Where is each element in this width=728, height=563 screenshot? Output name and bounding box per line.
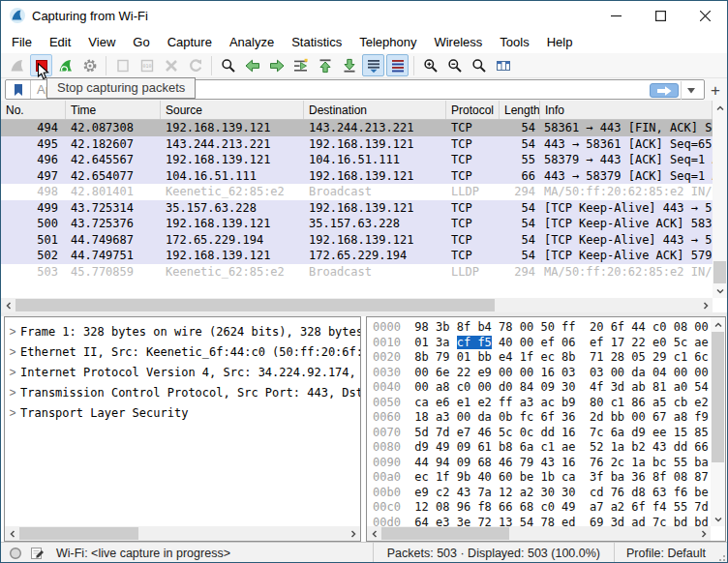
go-to-packet-button[interactable]: [289, 54, 312, 76]
filter-dropdown-button[interactable]: [681, 81, 700, 100]
column-header-destination[interactable]: Destination: [304, 101, 446, 119]
close-button[interactable]: [682, 1, 727, 30]
detail-line[interactable]: >Internet Protocol Version 4, Src: 34.22…: [5, 362, 360, 382]
expand-chevron-icon[interactable]: >: [5, 325, 20, 339]
menu-telephony[interactable]: Telephony: [350, 32, 425, 52]
hex-row[interactable]: 0020 8b 79 01 bb e4 1f ec 8b 71 28 05 29…: [367, 350, 725, 366]
hex-row[interactable]: 0060 18 a3 00 da 0b fc 6f 36 2d bb 00 67…: [367, 410, 725, 426]
scrollbar-thumb[interactable]: [19, 527, 138, 540]
zoom-in-button[interactable]: [419, 54, 441, 76]
scroll-up-arrow-icon[interactable]: [713, 101, 727, 115]
expand-chevron-icon[interactable]: >: [5, 366, 20, 379]
detail-line[interactable]: >Transport Layer Security: [5, 402, 360, 423]
expand-chevron-icon[interactable]: >: [5, 386, 20, 400]
hex-row[interactable]: 0000 98 3b 8f b4 78 00 50 ff 20 6f 44 c0…: [367, 320, 725, 336]
hex-row[interactable]: 0050 ca e6 e1 e2 ff a3 ac b9 80 c1 86 a5…: [367, 396, 725, 411]
detail-line[interactable]: >Ethernet II, Src: Keenetic_6f:44:c0 (50…: [5, 341, 360, 362]
reload-button[interactable]: [184, 54, 206, 76]
scroll-left-arrow-icon[interactable]: [367, 526, 381, 541]
scrollbar-thumb[interactable]: [15, 299, 495, 311]
hex-row[interactable]: 0010 01 3a cf f5 40 00 ef 06 ef 17 22 e0…: [367, 336, 725, 351]
menu-go[interactable]: Go: [124, 32, 158, 52]
packet-row[interactable]: 50144.749687172.65.229.194192.168.139.12…: [1, 232, 713, 249]
zoom-out-button[interactable]: [443, 54, 466, 76]
packet-list-header[interactable]: No.TimeSourceDestinationProtocolLengthIn…: [1, 101, 713, 120]
menu-edit[interactable]: Edit: [41, 32, 79, 52]
menu-view[interactable]: View: [79, 32, 124, 52]
expert-info-button[interactable]: [9, 547, 22, 560]
filter-bookmark-button[interactable]: [6, 80, 31, 99]
scroll-left-arrow-icon[interactable]: [5, 526, 19, 541]
scrollbar-thumb[interactable]: [712, 332, 724, 462]
packet-row[interactable]: 49442.087308192.168.139.121143.244.213.2…: [1, 120, 713, 136]
packet-row[interactable]: 49642.645567192.168.139.121104.16.51.111…: [1, 152, 713, 168]
menu-tools[interactable]: Tools: [491, 32, 537, 52]
bytes-vertical-scrollbar[interactable]: [711, 317, 725, 526]
go-first-packet-button[interactable]: [314, 54, 336, 76]
profile-button[interactable]: Profile: Default: [615, 547, 717, 560]
detail-line[interactable]: >Transmission Control Protocol, Src Port…: [5, 382, 360, 402]
hex-row[interactable]: 0080 d9 49 09 61 b8 6a c1 ae 52 1a b2 43…: [367, 440, 725, 456]
column-header-info[interactable]: Info: [540, 101, 713, 119]
save-capture-button[interactable]: 010: [136, 54, 158, 76]
menu-file[interactable]: File: [3, 32, 41, 52]
column-header-time[interactable]: Time: [66, 101, 161, 119]
packet-row[interactable]: 49542.182607143.244.213.221192.168.139.1…: [1, 136, 713, 153]
column-header-length[interactable]: Length: [500, 101, 540, 119]
zoom-reset-button[interactable]: [468, 54, 490, 76]
go-previous-packet-button[interactable]: [241, 54, 263, 76]
menu-wireless[interactable]: Wireless: [425, 32, 491, 52]
scroll-left-arrow-icon[interactable]: [1, 298, 15, 312]
expand-chevron-icon[interactable]: >: [5, 345, 20, 359]
bytes-horizontal-scrollbar[interactable]: [367, 526, 711, 541]
scroll-right-arrow-icon[interactable]: [698, 298, 713, 312]
resize-grip[interactable]: [717, 543, 727, 563]
restart-capture-button[interactable]: [54, 54, 76, 76]
scroll-right-arrow-icon[interactable]: [696, 526, 711, 541]
hex-row[interactable]: 0030 00 6e 22 e9 00 00 16 03 03 00 da 04…: [367, 366, 725, 381]
find-packet-button[interactable]: [217, 54, 239, 76]
menu-statistics[interactable]: Statistics: [283, 32, 350, 52]
details-horizontal-scrollbar[interactable]: [5, 526, 360, 541]
menu-analyze[interactable]: Analyze: [221, 32, 283, 52]
scrollbar-thumb[interactable]: [381, 527, 509, 540]
go-next-packet-button[interactable]: [265, 54, 288, 76]
minimize-button[interactable]: [593, 1, 638, 30]
hex-row[interactable]: 0090 44 94 09 68 46 79 43 16 76 2c 1a bc…: [367, 456, 725, 471]
packet-row[interactable]: 50345.770859Keenetic_62:85:e2BroadcastLL…: [1, 264, 713, 281]
column-header-source[interactable]: Source: [161, 101, 304, 119]
packet-list-horizontal-scrollbar[interactable]: [1, 298, 713, 312]
scroll-right-arrow-icon[interactable]: [346, 526, 360, 541]
menu-help[interactable]: Help: [538, 32, 582, 52]
column-header-protocol[interactable]: Protocol: [446, 101, 500, 119]
apply-filter-button[interactable]: [650, 83, 679, 98]
packet-row[interactable]: 50244.749751192.168.139.121172.65.229.19…: [1, 248, 713, 264]
start-capture-button[interactable]: [6, 54, 28, 76]
scroll-down-arrow-icon[interactable]: [711, 512, 725, 526]
capture-options-button[interactable]: [78, 54, 101, 76]
hex-row[interactable]: 00c0 12 08 96 f8 66 68 c0 49 a7 a2 6f f4…: [367, 500, 725, 516]
column-header-no[interactable]: No.: [1, 101, 66, 119]
hex-row[interactable]: 0040 00 a8 c0 00 d0 84 09 30 4f 3d ab 81…: [367, 380, 725, 396]
add-filter-button[interactable]: +: [706, 80, 725, 101]
maximize-button[interactable]: [638, 1, 682, 30]
hex-row[interactable]: 00a0 ec 1f 9b 40 60 be 1b ca 3f ba 36 8f…: [367, 470, 725, 486]
packet-row[interactable]: 49742.654077104.16.51.111192.168.139.121…: [1, 168, 713, 185]
colorize-toggle[interactable]: [386, 54, 409, 76]
resize-columns-button[interactable]: [492, 54, 514, 76]
packet-row[interactable]: 49842.801401Keenetic_62:85:e2BroadcastLL…: [1, 184, 713, 200]
packet-row[interactable]: 50043.725376192.168.139.12135.157.63.228…: [1, 216, 713, 232]
menu-capture[interactable]: Capture: [159, 32, 221, 52]
scrollbar-thumb[interactable]: [713, 261, 726, 283]
capture-comment-button[interactable]: [30, 546, 45, 560]
scroll-down-arrow-icon[interactable]: [713, 283, 727, 298]
open-capture-button[interactable]: [111, 54, 134, 76]
auto-scroll-toggle[interactable]: [362, 54, 384, 76]
go-last-packet-button[interactable]: [338, 54, 360, 76]
scroll-up-arrow-icon[interactable]: [711, 317, 725, 332]
close-capture-button[interactable]: [160, 54, 182, 76]
expand-chevron-icon[interactable]: >: [5, 406, 20, 420]
detail-line[interactable]: >Frame 1: 328 bytes on wire (2624 bits),…: [5, 321, 360, 341]
hex-row[interactable]: 0070 5d 7d e7 46 5c 0c dd 16 7c 6a d9 ee…: [367, 426, 725, 441]
packet-list-vertical-scrollbar[interactable]: [713, 101, 727, 298]
